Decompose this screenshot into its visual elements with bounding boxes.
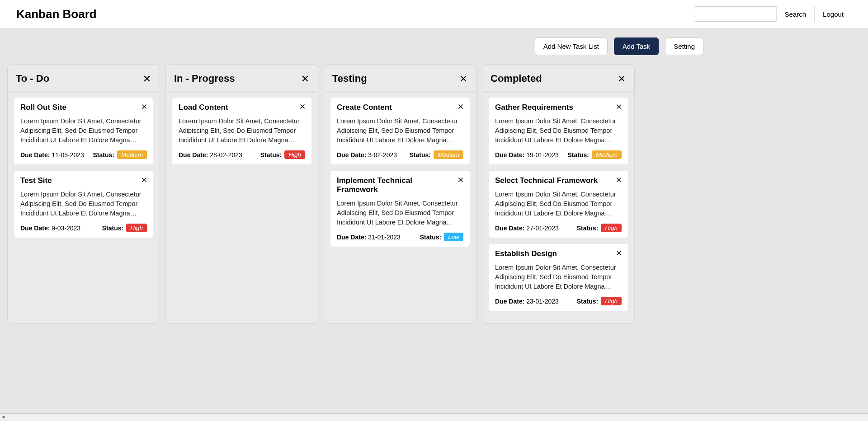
card-status: Status:High bbox=[102, 224, 147, 232]
priority-badge: Low bbox=[444, 233, 463, 241]
due-date-label: Due Date: bbox=[179, 151, 208, 159]
card-title: Select Technical Framework bbox=[495, 176, 622, 185]
card-description: Lorem Ipsum Dolor Sit Amet, Consectetur … bbox=[20, 117, 147, 145]
card-description: Lorem Ipsum Dolor Sit Amet, Consectetur … bbox=[337, 117, 463, 145]
task-card[interactable]: Establish DesignLorem Ipsum Dolor Sit Am… bbox=[489, 244, 628, 311]
status-label: Status: bbox=[93, 151, 114, 159]
add-new-task-list-button[interactable]: Add New Task List bbox=[535, 37, 608, 55]
status-label: Status: bbox=[410, 151, 431, 159]
due-date-value: 19-01-2023 bbox=[526, 151, 559, 159]
card-title: Create Content bbox=[337, 103, 463, 112]
close-card-icon[interactable] bbox=[456, 102, 465, 111]
due-date-value: 23-01-2023 bbox=[526, 298, 559, 305]
card-status: Status:High bbox=[260, 150, 305, 159]
due-date-label: Due Date: bbox=[495, 225, 524, 232]
status-label: Status: bbox=[577, 225, 598, 232]
card-status: Status:Medium bbox=[410, 150, 463, 159]
actions-bar: Add New Task List Add Task Setting bbox=[7, 37, 703, 55]
task-card[interactable]: Test SiteLorem Ipsum Dolor Sit Amet, Con… bbox=[14, 171, 153, 238]
task-card[interactable]: Implement Technical FrameworkLorem Ipsum… bbox=[330, 171, 470, 247]
scroll-left-arrow-icon[interactable]: ◄ bbox=[1, 414, 5, 419]
card-due: Due Date: 9-03-2023 bbox=[20, 225, 80, 232]
content: Add New Task List Add Task Setting To - … bbox=[0, 28, 868, 420]
priority-badge: High bbox=[601, 224, 622, 232]
due-date-label: Due Date: bbox=[20, 225, 50, 232]
card-status: Status:Low bbox=[420, 233, 463, 241]
card-description: Lorem Ipsum Dolor Sit Amet, Consectetur … bbox=[495, 117, 622, 145]
column-header: To - Do bbox=[8, 65, 160, 91]
setting-button[interactable]: Setting bbox=[665, 37, 703, 55]
card-description: Lorem Ipsum Dolor Sit Amet, Consectetur … bbox=[20, 190, 147, 218]
card-footer: Due Date: 3-02-2023Status:Medium bbox=[337, 150, 463, 159]
due-date-label: Due Date: bbox=[20, 151, 50, 159]
search-button[interactable]: Search bbox=[776, 6, 815, 22]
due-date-value: 9-03-2023 bbox=[52, 225, 80, 232]
column-cards: Gather RequirementsLorem Ipsum Dolor Sit… bbox=[482, 91, 634, 317]
close-column-icon[interactable] bbox=[459, 74, 468, 83]
kanban-column: TestingCreate ContentLorem Ipsum Dolor S… bbox=[324, 64, 476, 324]
card-title: Load Content bbox=[179, 103, 305, 112]
column-cards: Roll Out SiteLorem Ipsum Dolor Sit Amet,… bbox=[8, 91, 160, 244]
close-card-icon[interactable] bbox=[614, 102, 623, 111]
close-card-icon[interactable] bbox=[614, 248, 623, 257]
close-card-icon[interactable] bbox=[456, 175, 465, 184]
due-date-value: 3-02-2023 bbox=[368, 151, 397, 159]
close-column-icon[interactable] bbox=[617, 74, 626, 83]
status-label: Status: bbox=[102, 225, 123, 232]
close-card-icon[interactable] bbox=[298, 102, 307, 111]
card-description: Lorem Ipsum Dolor Sit Amet, Consectetur … bbox=[495, 190, 622, 218]
close-card-icon[interactable] bbox=[140, 102, 149, 111]
card-status: Status:High bbox=[577, 297, 622, 305]
status-label: Status: bbox=[577, 298, 598, 305]
due-date-label: Due Date: bbox=[495, 298, 524, 305]
card-footer: Due Date: 31-01-2023Status:Low bbox=[337, 233, 463, 241]
search-input[interactable] bbox=[695, 6, 776, 22]
status-label: Status: bbox=[260, 151, 282, 159]
card-footer: Due Date: 23-01-2023Status:High bbox=[495, 297, 622, 305]
task-card[interactable]: Gather RequirementsLorem Ipsum Dolor Sit… bbox=[489, 98, 628, 164]
card-footer: Due Date: 9-03-2023Status:High bbox=[20, 224, 147, 232]
column-header: In - Progress bbox=[166, 65, 318, 91]
close-column-icon[interactable] bbox=[142, 74, 151, 83]
column-title: Testing bbox=[332, 73, 367, 84]
card-description: Lorem Ipsum Dolor Sit Amet, Consectetur … bbox=[337, 199, 463, 227]
task-card[interactable]: Load ContentLorem Ipsum Dolor Sit Amet, … bbox=[172, 98, 311, 164]
card-due: Due Date: 19-01-2023 bbox=[495, 151, 559, 159]
close-card-icon[interactable] bbox=[140, 175, 149, 184]
close-column-icon[interactable] bbox=[301, 74, 310, 83]
task-card[interactable]: Create ContentLorem Ipsum Dolor Sit Amet… bbox=[330, 98, 470, 164]
kanban-board: To - DoRoll Out SiteLorem Ipsum Dolor Si… bbox=[7, 64, 861, 324]
priority-badge: High bbox=[126, 224, 147, 232]
card-footer: Due Date: 11-05-2023Status:Medium bbox=[20, 150, 147, 159]
close-card-icon[interactable] bbox=[614, 175, 623, 184]
card-description: Lorem Ipsum Dolor Sit Amet, Consectetur … bbox=[495, 263, 622, 291]
add-task-button[interactable]: Add Task bbox=[614, 37, 659, 55]
priority-badge: Medium bbox=[434, 150, 463, 159]
task-card[interactable]: Select Technical FrameworkLorem Ipsum Do… bbox=[489, 171, 628, 238]
kanban-column: To - DoRoll Out SiteLorem Ipsum Dolor Si… bbox=[7, 64, 160, 324]
task-card[interactable]: Roll Out SiteLorem Ipsum Dolor Sit Amet,… bbox=[14, 98, 153, 164]
card-status: Status:Medium bbox=[568, 150, 622, 159]
card-due: Due Date: 27-01-2023 bbox=[495, 225, 559, 232]
card-status: Status:High bbox=[577, 224, 622, 232]
card-footer: Due Date: 19-01-2023Status:Medium bbox=[495, 150, 622, 159]
status-label: Status: bbox=[568, 151, 589, 159]
priority-badge: High bbox=[284, 150, 305, 159]
due-date-value: 28-02-2023 bbox=[210, 151, 242, 159]
column-title: To - Do bbox=[16, 73, 49, 84]
status-label: Status: bbox=[420, 234, 441, 241]
card-title: Test Site bbox=[20, 176, 147, 185]
column-cards: Create ContentLorem Ipsum Dolor Sit Amet… bbox=[324, 91, 476, 253]
column-header: Testing bbox=[324, 65, 476, 91]
card-footer: Due Date: 27-01-2023Status:High bbox=[495, 224, 622, 232]
horizontal-scrollbar[interactable]: ◄ bbox=[0, 413, 868, 420]
due-date-value: 11-05-2023 bbox=[52, 151, 84, 159]
due-date-value: 31-01-2023 bbox=[368, 234, 401, 241]
card-description: Lorem Ipsum Dolor Sit Amet, Consectetur … bbox=[179, 117, 305, 145]
card-due: Due Date: 3-02-2023 bbox=[337, 151, 397, 159]
logout-button[interactable]: Logout bbox=[814, 6, 852, 22]
priority-badge: Medium bbox=[117, 150, 147, 159]
due-date-value: 27-01-2023 bbox=[526, 225, 559, 232]
page-title: Kanban Board bbox=[16, 7, 97, 21]
card-status: Status:Medium bbox=[93, 150, 147, 159]
